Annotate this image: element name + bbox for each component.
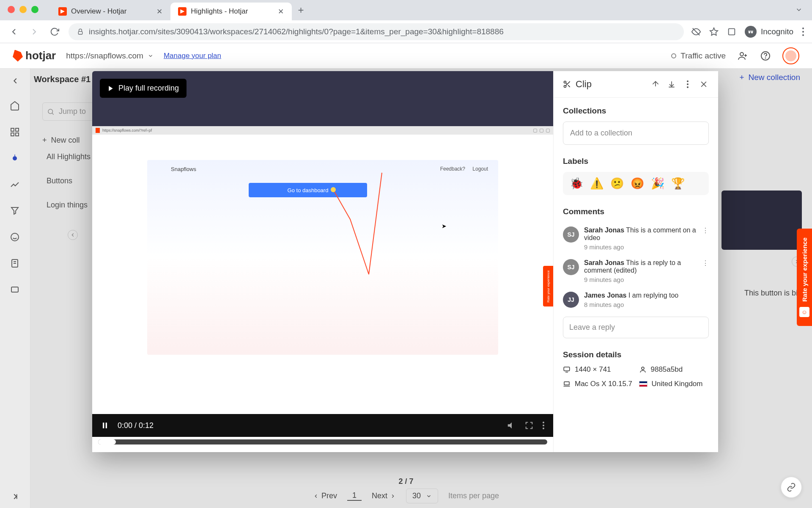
flame-icon bbox=[96, 128, 100, 133]
kebab-icon[interactable]: ⋮ bbox=[702, 259, 709, 267]
video-progress[interactable] bbox=[98, 439, 547, 444]
search-placeholder: Jump to bbox=[59, 107, 86, 116]
forward-button[interactable] bbox=[28, 27, 41, 37]
clip-side-panel: Clip Collections Add to a collection Lab… bbox=[553, 71, 718, 452]
items-per-page-select[interactable]: 30 bbox=[406, 489, 438, 503]
kebab-icon[interactable] bbox=[683, 79, 693, 89]
minimize-window[interactable] bbox=[19, 6, 27, 13]
close-window[interactable] bbox=[8, 6, 15, 13]
label-bug[interactable]: 🐞 bbox=[570, 177, 583, 190]
surveys-icon[interactable] bbox=[10, 258, 21, 269]
svg-marker-27 bbox=[109, 86, 112, 91]
comment-text: I am replying too bbox=[628, 292, 678, 299]
comment-item: JJ James Jonas I am replying too 8 minut… bbox=[563, 287, 709, 312]
manage-plan-link[interactable]: Manage your plan bbox=[164, 52, 221, 60]
site-url: https://snapflows.com bbox=[66, 51, 143, 61]
svg-point-28 bbox=[331, 187, 336, 192]
copy-link-button[interactable] bbox=[781, 477, 802, 498]
dashboard-icon[interactable] bbox=[10, 127, 21, 138]
fullscreen-icon[interactable] bbox=[524, 421, 534, 430]
svg-rect-23 bbox=[11, 287, 18, 292]
label-confused[interactable]: 😕 bbox=[610, 177, 624, 190]
feedback-widget-icon: ☺ bbox=[799, 307, 809, 317]
logo-text: hotjar bbox=[25, 49, 56, 62]
session-url: https://snapflows.com/?ref=pf bbox=[102, 128, 152, 133]
label-warning[interactable]: ⚠️ bbox=[590, 177, 604, 190]
close-icon[interactable]: ✕ bbox=[277, 8, 284, 15]
os: Mac Os X 10.15.7 bbox=[563, 380, 633, 388]
page-number-input[interactable]: 1 bbox=[347, 491, 362, 501]
play-full-recording-button[interactable]: Play full recording bbox=[100, 79, 187, 98]
svg-point-9 bbox=[740, 52, 743, 56]
avatar[interactable] bbox=[782, 47, 799, 64]
chevron-left-icon bbox=[313, 493, 319, 499]
feedback-tab: Rate your experience bbox=[543, 266, 553, 306]
comments-title: Comments bbox=[563, 207, 709, 216]
panel-title-text: Clip bbox=[576, 79, 592, 90]
chevron-down-icon[interactable] bbox=[795, 6, 803, 14]
new-collection-button[interactable]: + New collection bbox=[739, 73, 800, 82]
highlight-card-text: This button is big bbox=[744, 289, 802, 298]
pause-button[interactable] bbox=[101, 421, 109, 430]
close-icon[interactable] bbox=[699, 79, 709, 89]
add-user-icon[interactable] bbox=[737, 50, 749, 62]
svg-point-13 bbox=[765, 58, 766, 58]
feedback-nav-icon[interactable] bbox=[10, 232, 21, 243]
new-tab-button[interactable]: + bbox=[298, 4, 304, 16]
highlights-icon[interactable] bbox=[10, 153, 21, 164]
kebab-icon[interactable]: ⋮ bbox=[702, 226, 709, 235]
traffic-status[interactable]: Traffic active bbox=[671, 51, 726, 61]
session-frame: https://snapflows.com/?ref=pf Snapflows … bbox=[92, 126, 553, 452]
kebab-icon[interactable] bbox=[542, 421, 545, 430]
label-angry[interactable]: 😡 bbox=[631, 177, 644, 190]
incognito-icon bbox=[745, 26, 757, 38]
back-button[interactable] bbox=[8, 27, 20, 37]
svg-point-4 bbox=[749, 31, 751, 33]
funnels-icon[interactable] bbox=[10, 206, 21, 217]
play-full-label: Play full recording bbox=[118, 84, 179, 93]
download-icon[interactable] bbox=[667, 79, 677, 89]
trends-icon[interactable] bbox=[10, 179, 21, 190]
hotjar-logo[interactable]: hotjar bbox=[13, 49, 56, 62]
nav-back-icon[interactable] bbox=[11, 76, 20, 86]
play-icon bbox=[107, 85, 114, 92]
label-party[interactable]: 🎉 bbox=[651, 177, 664, 190]
site-dropdown[interactable]: https://snapflows.com bbox=[66, 51, 154, 61]
search-icon bbox=[47, 108, 55, 116]
laptop-icon bbox=[563, 380, 571, 388]
kebab-icon[interactable] bbox=[802, 27, 804, 36]
tab-overview[interactable]: Overview - Hotjar ✕ bbox=[51, 3, 170, 20]
tab-highlights[interactable]: Highlights - Hotjar ✕ bbox=[170, 3, 292, 20]
eye-off-icon[interactable] bbox=[691, 27, 701, 36]
reply-input[interactable]: Leave a reply bbox=[563, 317, 709, 338]
maximize-window[interactable] bbox=[31, 6, 38, 13]
extensions-icon[interactable] bbox=[727, 27, 736, 36]
share-icon[interactable] bbox=[650, 79, 661, 89]
engage-icon[interactable] bbox=[10, 284, 21, 295]
pagination: 2 / 7 Prev 1 Next 30 Items per page bbox=[0, 472, 812, 508]
avatar-icon bbox=[785, 50, 796, 61]
rate-experience-rail[interactable]: Rate your experience ☺ bbox=[797, 229, 812, 326]
incognito-badge[interactable]: Incognito bbox=[745, 26, 793, 38]
app-header: hotjar https://snapflows.com Manage your… bbox=[0, 43, 812, 69]
session-brand: Snapflows bbox=[171, 166, 196, 172]
url-bar[interactable]: insights.hotjar.com/sites/3090413/worksp… bbox=[69, 23, 684, 40]
prev-button[interactable]: Prev bbox=[313, 491, 337, 500]
add-to-collection-input[interactable]: Add to a collection bbox=[563, 121, 709, 145]
close-icon[interactable]: ✕ bbox=[156, 8, 163, 15]
collapse-icon[interactable] bbox=[68, 230, 78, 240]
svg-point-25 bbox=[48, 109, 53, 114]
workspace-name: Workspace #1 bbox=[34, 75, 91, 84]
volume-icon[interactable] bbox=[507, 421, 516, 430]
highlight-thumbnail[interactable] bbox=[721, 190, 802, 250]
comment-author: James Jonas bbox=[584, 292, 627, 299]
svg-line-26 bbox=[52, 113, 54, 115]
help-icon[interactable] bbox=[760, 50, 771, 62]
next-button[interactable]: Next bbox=[372, 491, 396, 500]
reload-button[interactable] bbox=[48, 27, 61, 36]
star-icon[interactable] bbox=[709, 27, 719, 36]
comment-meta: 8 minutes ago bbox=[584, 301, 709, 308]
home-icon[interactable] bbox=[10, 101, 21, 112]
svg-rect-45 bbox=[564, 367, 570, 371]
label-trophy[interactable]: 🏆 bbox=[671, 177, 685, 190]
